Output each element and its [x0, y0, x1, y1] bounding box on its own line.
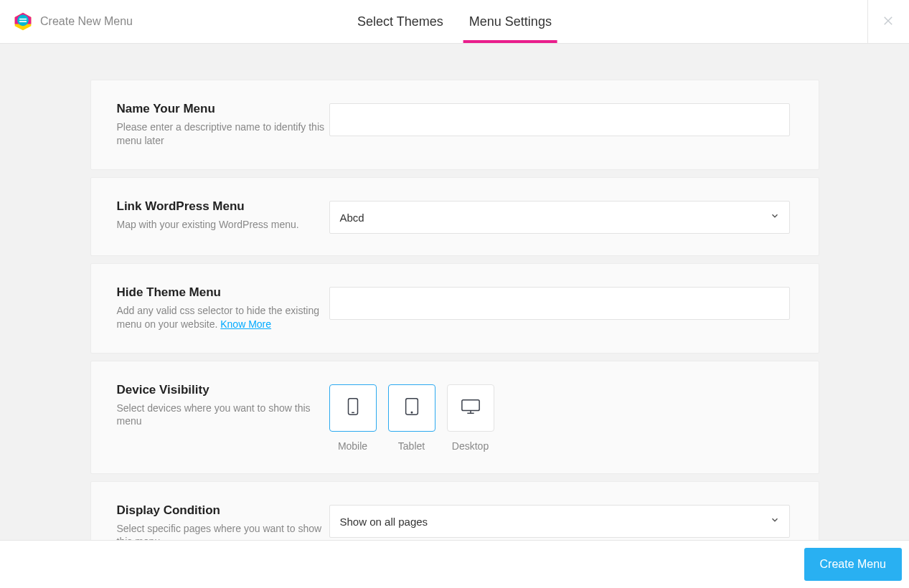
tabs: Select Themes Menu Settings — [357, 0, 552, 43]
header-left: Create New Menu — [0, 11, 133, 32]
create-menu-button[interactable]: Create Menu — [804, 548, 903, 581]
device-desktop-label: Desktop — [452, 440, 489, 452]
desktop-icon — [461, 398, 481, 418]
display-condition-value: Show on all pages — [329, 505, 790, 538]
device-title: Device Visibility — [117, 383, 329, 397]
tab-menu-settings[interactable]: Menu Settings — [469, 0, 552, 43]
svg-point-8 — [411, 412, 412, 412]
close-button[interactable] — [867, 0, 909, 44]
device-mobile[interactable]: Mobile — [329, 384, 377, 452]
device-desktop[interactable]: Desktop — [447, 384, 494, 452]
device-mobile-label: Mobile — [338, 440, 367, 452]
svg-rect-3 — [19, 19, 27, 20]
panel-display-condition: Display Condition Select specific pages … — [90, 481, 819, 540]
display-condition-select[interactable]: Show on all pages — [329, 505, 790, 538]
device-desc: Select devices where you want to show th… — [117, 402, 329, 429]
wp-menu-select-value: Abcd — [329, 201, 790, 234]
tab-select-themes[interactable]: Select Themes — [357, 0, 443, 43]
hide-css-input[interactable] — [329, 287, 790, 320]
device-tablet-label: Tablet — [398, 440, 425, 452]
mobile-icon — [346, 397, 360, 419]
panel-hide-theme-menu: Hide Theme Menu Add any valid css select… — [90, 263, 819, 354]
hide-menu-title: Hide Theme Menu — [117, 285, 329, 300]
hide-menu-desc: Add any valid css selector to hide the e… — [117, 304, 329, 331]
content-scroll[interactable]: Name Your Menu Please enter a descriptiv… — [0, 44, 909, 540]
svg-rect-9 — [461, 399, 479, 410]
svg-point-2 — [17, 14, 29, 26]
name-menu-desc: Please enter a descriptive name to ident… — [117, 120, 329, 148]
link-wp-desc: Map with your existing WordPress menu. — [117, 218, 329, 232]
know-more-link[interactable]: Know More — [220, 318, 271, 330]
menu-name-input[interactable] — [329, 103, 790, 136]
page-title: Create New Menu — [40, 15, 133, 28]
device-options: Mobile Tablet Desk — [329, 384, 494, 452]
svg-rect-4 — [19, 21, 27, 22]
wp-menu-select[interactable]: Abcd — [329, 201, 790, 234]
display-cond-title: Display Condition — [117, 503, 329, 518]
name-menu-title: Name Your Menu — [117, 102, 329, 116]
display-cond-desc: Select specific pages where you want to … — [117, 522, 329, 540]
panel-name-menu: Name Your Menu Please enter a descriptiv… — [90, 80, 819, 170]
panel-link-wp-menu: Link WordPress Menu Map with your existi… — [90, 177, 819, 256]
hide-menu-desc-text: Add any valid css selector to hide the e… — [117, 305, 320, 330]
app-logo-icon — [13, 11, 33, 32]
link-wp-title: Link WordPress Menu — [117, 199, 329, 214]
close-icon — [882, 14, 895, 30]
device-tablet[interactable]: Tablet — [388, 384, 435, 452]
panel-device-visibility: Device Visibility Select devices where y… — [90, 361, 819, 474]
header: Create New Menu Select Themes Menu Setti… — [0, 0, 909, 44]
tablet-icon — [403, 397, 420, 419]
footer: Create Menu — [0, 540, 909, 588]
